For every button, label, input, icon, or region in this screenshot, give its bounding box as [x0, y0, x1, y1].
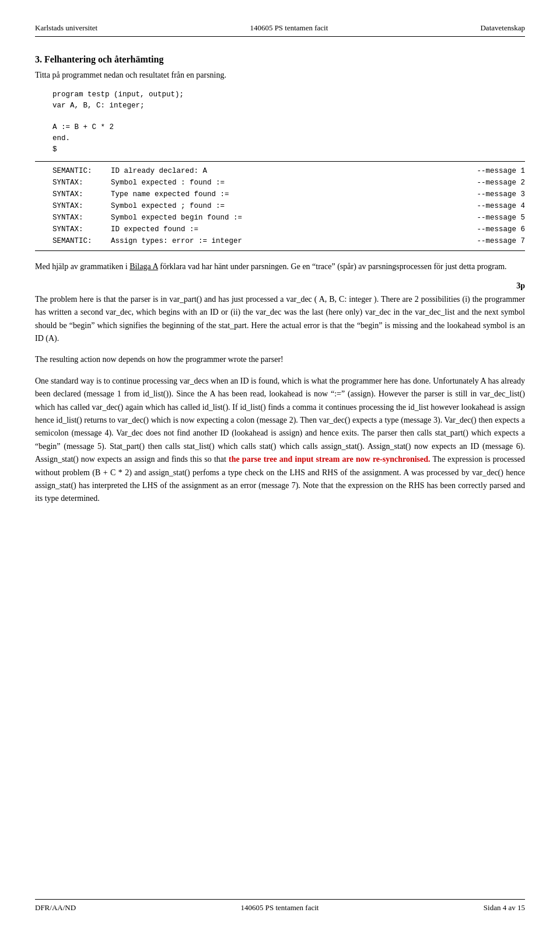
message-label: --message 1: [455, 165, 525, 177]
message-text: Symbol expected ; found :=: [111, 200, 455, 212]
message-type: SYNTAX:: [52, 189, 111, 200]
code-program: program testp (input, output); var A, B,…: [52, 89, 525, 155]
section-title: Felhantering och återhämting: [44, 54, 163, 64]
message-row: SYNTAX:Symbol expected ; found :=--messa…: [52, 200, 525, 212]
bilaga-link: Bilaga A: [130, 262, 158, 271]
message-text: Assign types: error := integer: [111, 235, 455, 247]
message-row: SYNTAX:Symbol expected begin found :=--m…: [52, 212, 525, 224]
messages-area: SEMANTIC:ID already declared: A--message…: [35, 161, 525, 251]
header-university: Karlstads universitet: [35, 23, 97, 33]
message-label: --message 5: [455, 212, 525, 224]
message-type: SYNTAX:: [52, 212, 111, 224]
message-row: SYNTAX:ID expected found :=--message 6: [52, 224, 525, 235]
section-number: 3.: [35, 54, 42, 64]
footer-course: 140605 PS tentamen facit: [240, 903, 318, 912]
message-label: --message 7: [455, 235, 525, 247]
footer-author: DFR/AA/ND: [35, 903, 76, 912]
message-type: SEMANTIC:: [52, 235, 111, 247]
message-label: --message 4: [455, 200, 525, 212]
divider-bottom: [35, 250, 525, 251]
paragraph-2: The resulting action now depends on how …: [35, 353, 525, 366]
message-text: Type name expected found :=: [111, 189, 455, 200]
page: Karlstads universitet 140605 PS tentamen…: [0, 0, 560, 930]
message-row: SEMANTIC:ID already declared: A--message…: [52, 165, 525, 177]
highlight-resync: the parse tree and input stream are now …: [229, 455, 430, 464]
points-label: 3p: [516, 281, 525, 291]
message-text: ID expected found :=: [111, 224, 455, 235]
page-header: Karlstads universitet 140605 PS tentamen…: [35, 23, 525, 37]
question-text2: förklara vad har hänt under parsningen. …: [160, 262, 506, 271]
divider-top: [35, 161, 525, 162]
paragraph-1: The problem here is that the parser is i…: [35, 293, 525, 346]
messages-list: SEMANTIC:ID already declared: A--message…: [52, 165, 525, 247]
message-type: SEMANTIC:: [52, 165, 111, 177]
message-type: SYNTAX:: [52, 224, 111, 235]
message-row: SEMANTIC:Assign types: error := integer-…: [52, 235, 525, 247]
question-text1: Med hjälp av grammatiken i: [35, 262, 128, 271]
message-row: SYNTAX:Symbol expected : found :=--messa…: [52, 177, 525, 189]
message-text: Symbol expected : found :=: [111, 177, 455, 189]
message-text: ID already declared: A: [111, 165, 455, 177]
message-text: Symbol expected begin found :=: [111, 212, 455, 224]
message-type: SYNTAX:: [52, 177, 111, 189]
paragraph-3: One standard way is to continue processi…: [35, 375, 525, 506]
header-course: 140605 PS tentamen facit: [250, 23, 328, 33]
message-type: SYNTAX:: [52, 200, 111, 212]
header-department: Datavetenskap: [480, 23, 525, 33]
para3-before-highlight: One standard way is to continue processi…: [35, 377, 525, 464]
points-container: 3p: [35, 281, 525, 293]
message-label: --message 3: [455, 189, 525, 200]
message-row: SYNTAX:Type name expected found :=--mess…: [52, 189, 525, 200]
page-footer: DFR/AA/ND 140605 PS tentamen facit Sidan…: [35, 899, 525, 912]
section-heading: 3. Felhantering och återhämting: [35, 54, 525, 65]
footer-page: Sidan 4 av 15: [484, 903, 525, 912]
question-paragraph: Med hjälp av grammatiken i Bilaga A förk…: [35, 260, 525, 273]
message-label: --message 6: [455, 224, 525, 235]
intro-text: Titta på programmet nedan och resultatet…: [35, 71, 525, 80]
message-label: --message 2: [455, 177, 525, 189]
